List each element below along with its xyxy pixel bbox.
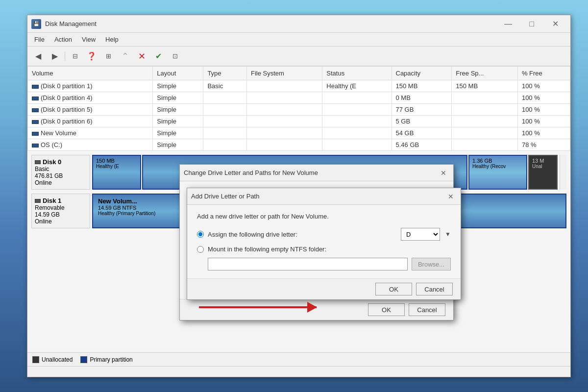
forward-button[interactable]: ▶ [47, 49, 63, 64]
volume-icon [32, 144, 39, 147]
back-button[interactable]: ◀ [30, 49, 46, 64]
col-pct: % Free [517, 67, 570, 80]
dialog-change-cancel-button[interactable]: Cancel [409, 303, 445, 316]
menu-help[interactable]: Help [100, 34, 123, 45]
col-fs: File System [247, 67, 322, 80]
col-type: Type [203, 67, 247, 80]
row-volume: (Disk 0 partition 4) [28, 92, 153, 104]
radio-assign-letter-label[interactable]: Assign the following drive letter: [208, 231, 397, 238]
row-pct: 100 % [517, 104, 570, 116]
dialog-add-body: Add a new drive letter or path for New V… [187, 205, 461, 278]
row-type [203, 127, 247, 139]
volume-icon [32, 132, 39, 136]
row-capacity: 0 MB [392, 92, 452, 104]
dialog-change-footer: OK Cancel [180, 299, 453, 320]
dialog-change-title-bar: Change Drive Letter and Paths for New Vo… [180, 165, 453, 181]
radio-assign-letter[interactable] [197, 231, 204, 238]
app-icon: 💾 [31, 19, 41, 29]
row-fs [247, 80, 322, 92]
table-row[interactable]: (Disk 0 partition 4) Simple 0 MB 100 % [28, 92, 570, 104]
volume-icon [32, 97, 39, 100]
toolbar-btn-5[interactable]: ✕ [134, 49, 149, 64]
legend-label-primary: Primary partition [90, 356, 132, 363]
row-fs [247, 116, 322, 127]
table-row[interactable]: (Disk 0 partition 1) Simple Basic Health… [28, 80, 570, 92]
row-capacity: 5 GB [392, 116, 452, 127]
row-fs [247, 139, 322, 151]
row-status [322, 104, 392, 116]
table-row[interactable]: New Volume Simple 54 GB 100 % [28, 127, 570, 139]
dialog-change-ok-button[interactable]: OK [368, 303, 405, 316]
toolbar-btn-6[interactable]: ✔ [150, 49, 166, 64]
minimize-button[interactable]: — [497, 17, 519, 31]
row-status [322, 92, 392, 104]
col-status: Status [322, 67, 392, 80]
dialog-add-footer: OK Cancel [187, 278, 461, 299]
legend-box-primary [80, 356, 87, 363]
main-window: 💾 Disk Management — □ ✕ File Action View… [27, 15, 571, 377]
toolbar-divider-1 [65, 51, 65, 61]
disk0-name: Disk 0 [35, 158, 87, 166]
dialog-add-title-bar: Add Drive Letter or Path ✕ [187, 188, 461, 205]
disk0-size: 476.81 GB [35, 172, 87, 179]
toolbar-btn-1[interactable]: ⊟ [67, 49, 83, 64]
toolbar-btn-7[interactable]: ⊡ [167, 49, 183, 64]
maximize-button[interactable]: □ [520, 17, 543, 31]
disk-table-container: Volume Layout Type File System Status Ca… [27, 66, 570, 151]
table-row[interactable]: OS (C:) Simple 5.46 GB 78 % [28, 139, 570, 151]
row-type: Basic [203, 80, 247, 92]
disk1-type: Removable [35, 204, 87, 211]
row-free [452, 116, 518, 127]
radio-row-mount: Mount in the following empty NTFS folder… [197, 245, 451, 253]
disk1-size: 14.59 GB [35, 211, 87, 218]
row-type [203, 92, 247, 104]
scrollbar-vertical[interactable] [560, 155, 566, 190]
radio-mount-folder[interactable] [197, 246, 204, 253]
dialog-add-drive-letter: Add Drive Letter or Path ✕ Add a new dri… [187, 188, 461, 300]
row-fs [247, 92, 322, 104]
menu-view[interactable]: View [77, 34, 100, 45]
row-pct: 100 % [517, 116, 570, 127]
legend-label-unallocated: Unallocated [42, 356, 73, 363]
radio-row-drive-letter: Assign the following drive letter: D E F… [197, 228, 451, 241]
dialog-add-cancel-button[interactable]: Cancel [416, 283, 453, 295]
disk1-info: Disk 1 Removable 14.59 GB Online [31, 194, 90, 228]
toolbar-btn-3[interactable]: ⊞ [100, 49, 116, 64]
row-capacity: 54 GB [392, 127, 452, 139]
menu-bar: File Action View Help [27, 33, 570, 47]
window-controls: — □ ✕ [497, 17, 566, 31]
legend-unallocated: Unallocated [32, 356, 73, 363]
disk0-partition-recovery[interactable]: 1.36 GB Healthy (Recov [468, 155, 527, 190]
table-row[interactable]: (Disk 0 partition 6) Simple 5 GB 100 % [28, 116, 570, 127]
legend: Unallocated Primary partition [27, 352, 570, 366]
toolbar-btn-2[interactable]: ❓ [84, 49, 99, 64]
path-input[interactable] [208, 258, 408, 270]
row-volume: (Disk 0 partition 5) [28, 104, 153, 116]
disk1-status: Online [35, 218, 87, 225]
row-pct: 100 % [517, 92, 570, 104]
row-layout: Simple [153, 104, 203, 116]
dialog-add-close-button[interactable]: ✕ [445, 191, 457, 202]
toolbar-btn-4[interactable]: ⌃ [117, 49, 133, 64]
dialog-add-description: Add a new drive letter or path for New V… [197, 213, 451, 220]
col-layout: Layout [153, 67, 203, 80]
browse-button[interactable]: Browse... [412, 258, 451, 270]
drive-letter-select[interactable]: D E F G [401, 228, 440, 241]
dialog-add-ok-button[interactable]: OK [375, 283, 412, 295]
disk0-status: Online [35, 179, 87, 186]
close-button[interactable]: ✕ [544, 17, 566, 31]
dialog-add-title: Add Drive Letter or Path [191, 193, 445, 200]
row-free [452, 127, 518, 139]
radio-mount-label[interactable]: Mount in the following empty NTFS folder… [208, 245, 451, 253]
row-capacity: 77 GB [392, 104, 452, 116]
disk0-partition-1[interactable]: 150 MB Healthy (E [92, 155, 141, 190]
disk0-icon [35, 160, 41, 164]
row-fs [247, 104, 322, 116]
menu-file[interactable]: File [29, 34, 49, 45]
row-free [452, 92, 518, 104]
menu-action[interactable]: Action [49, 34, 77, 45]
table-row[interactable]: (Disk 0 partition 5) Simple 77 GB 100 % [28, 104, 570, 116]
disk0-partition-unallocated[interactable]: 13 M Unal [528, 155, 558, 190]
dialog-change-close-button[interactable]: ✕ [438, 167, 449, 179]
row-status: Healthy (E [322, 80, 392, 92]
